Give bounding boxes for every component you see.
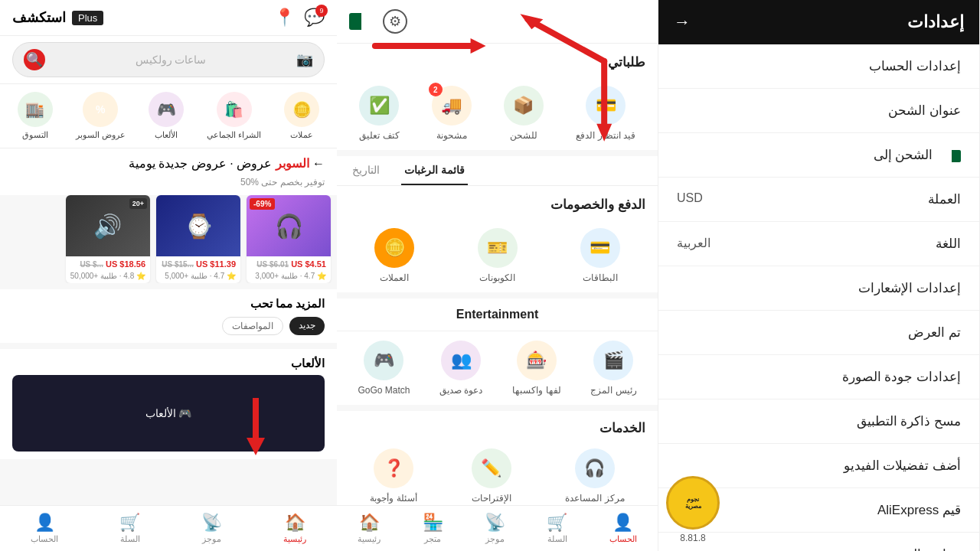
- product-price-2: US $15... US $11.39: [156, 256, 240, 272]
- product-card-2[interactable]: ⌚ US $15... US $11.39 ⭐ 4.7 · طلبية +5,0…: [156, 195, 240, 283]
- new-price-2: US $11.39: [196, 259, 236, 269]
- service-help[interactable]: 🎧 مركز المساعدة: [565, 448, 624, 504]
- tab-wish-list[interactable]: قائمة الرغبات: [401, 156, 468, 185]
- nav-cart-right[interactable]: 🛒 السلة: [119, 513, 140, 544]
- settings-gear-icon[interactable]: ⚙: [383, 9, 407, 34]
- entertainment-invite[interactable]: 👥 دعوة صديق: [439, 341, 482, 396]
- settings-item-clear-cache[interactable]: مسح ذاكرة التطبيق: [658, 399, 979, 444]
- nav-mix-right[interactable]: 📡 موجز: [201, 513, 222, 544]
- middle-panel: ⚙ طلباتي 💳 قيد انتظار الدفع: [337, 0, 658, 551]
- chat-icon-wrap[interactable]: 💬 9: [304, 8, 325, 28]
- cat-games[interactable]: 🎮 الألعاب: [143, 92, 189, 140]
- faq-label: أسئلة وأجوبة: [370, 493, 416, 504]
- processing-label: مشحونة: [436, 130, 467, 141]
- settings-item-language[interactable]: العربية اللغة: [658, 222, 979, 266]
- svg-marker-7: [247, 438, 265, 455]
- cat-bulk-buy[interactable]: 🛍️ الشراء الجماعي: [207, 92, 261, 140]
- settings-item-display[interactable]: تم العرض: [658, 311, 979, 355]
- product-img-1: 69%- 🎧: [247, 195, 331, 256]
- red-arrow-down-svg: [233, 398, 279, 459]
- love-tab-new[interactable]: جديد: [289, 317, 325, 335]
- payment-label: قيد انتظار الدفع: [576, 130, 635, 141]
- nav-cart-middle[interactable]: 🛒 السلة: [547, 513, 567, 544]
- coins-label: العملات: [380, 272, 409, 283]
- product-card-3[interactable]: +20 🔊 US $... US $18.56 ⭐ 4.8 · طلبية +5…: [66, 195, 150, 283]
- orders-section: طلباتي 💳 قيد انتظار الدفع 📦 للشحن �: [337, 44, 658, 150]
- service-faq[interactable]: ❓ أسئلة وأجوبة: [370, 448, 416, 504]
- camera-icon[interactable]: 📷: [296, 51, 313, 68]
- home-right-icon: 🏠: [285, 513, 305, 533]
- order-item-processing[interactable]: 🚚 2 مشحونة: [432, 86, 472, 141]
- cat-super-deals[interactable]: % عروض السوبر: [76, 92, 126, 140]
- categories-row: 🪙 عملات 🛍️ الشراء الجماعي 🎮 الألعاب %: [0, 84, 337, 148]
- cat-coins[interactable]: 🪙 عملات: [279, 92, 325, 140]
- payment-coupons[interactable]: 🎫 الكوبونات: [478, 228, 518, 283]
- payment-title: الدفع والخصومات: [337, 186, 658, 219]
- order-item-payment[interactable]: 💳 قيد انتظار الدفع: [576, 86, 635, 141]
- settings-item-image-quality[interactable]: إعدادات جودة الصورة: [658, 355, 979, 399]
- services-icons-row: 🎧 مركز المساعدة ✏️ الإقتراحات ❓ أسئلة وأ…: [337, 439, 658, 513]
- settings-header: إعدادات →: [658, 0, 979, 44]
- nav-home-right[interactable]: 🏠 رئيسية: [283, 513, 306, 544]
- plus-badge[interactable]: Plus: [72, 11, 103, 25]
- games-preview[interactable]: 🎮 الألعاب: [12, 375, 325, 452]
- super-deals-icon: %: [96, 103, 105, 116]
- super-deals-title-bold: السوبر: [276, 157, 309, 170]
- cat-shop-label: التسوق: [22, 130, 48, 140]
- settings-item-notifications[interactable]: إعدادات الإشعارات: [658, 266, 979, 311]
- nav-mix-middle[interactable]: 📡 موجز: [485, 513, 505, 544]
- search-placeholder: ساعات رولكيس: [136, 54, 207, 66]
- payment-icon: 💳: [596, 96, 616, 116]
- product-card-1[interactable]: 69%- 🎧 US $6.01 US $4.51 ⭐ 4.7 · طلبية +…: [247, 195, 331, 283]
- nav-home-middle[interactable]: 🏠 رئيسية: [358, 513, 381, 544]
- new-price-3: US $18.56: [106, 259, 145, 269]
- payment-cards[interactable]: 💳 البطاقات: [580, 228, 620, 283]
- cat-coins-label: عملات: [290, 130, 313, 140]
- shipping-icon-circle: 📦: [504, 86, 544, 126]
- mix-nav-icon: 📡: [485, 513, 505, 533]
- settings-item-account[interactable]: إعدادات الحساب: [658, 44, 979, 89]
- payment-section: الدفع والخصومات 💳 البطاقات 🎫 الكوبونات: [337, 186, 658, 292]
- logo-text2: مصرية: [685, 503, 701, 510]
- nav-store-middle[interactable]: 🏪 متجر: [423, 513, 443, 544]
- order-item-review[interactable]: ✅ كتف تعليق: [359, 86, 399, 141]
- speaker-illustration: 🔊: [93, 213, 122, 240]
- search-input-wrap[interactable]: 📷 ساعات رولكيس 🔍: [12, 42, 325, 77]
- cards-icon: 💳: [590, 238, 610, 258]
- shop-header: 💬 9 📍 Plus استكشف: [0, 0, 337, 36]
- location-icon[interactable]: 📍: [274, 8, 295, 28]
- algeria-flag: [349, 13, 374, 30]
- service-suggestions[interactable]: ✏️ الإقتراحات: [472, 448, 511, 504]
- nav-account-active[interactable]: 👤 الحساب: [609, 513, 637, 544]
- cat-games-label: الألعاب: [155, 130, 178, 140]
- payment-coins[interactable]: 🪙 العملات: [374, 228, 414, 283]
- love-tab-specs[interactable]: المواصفات: [222, 317, 283, 335]
- search-magnify-icon[interactable]: 🔍: [24, 49, 45, 70]
- gogo-icon-circle: 🎮: [364, 341, 403, 380]
- plus20-badge: +20: [129, 198, 147, 209]
- review-icon: ✅: [369, 96, 390, 116]
- entertainment-gogo[interactable]: 🎮 GoGo Match: [358, 341, 410, 396]
- rais-icon: 🎬: [603, 350, 624, 370]
- entertainment-rais[interactable]: 🎬 رئيس المزج: [590, 341, 636, 396]
- order-item-shipping[interactable]: 📦 للشحن: [504, 86, 544, 141]
- header-icons-group: 💬 9 📍: [274, 8, 325, 28]
- settings-item-ship-to[interactable]: الشحن إلى: [658, 133, 979, 178]
- shipping-label: للشحن: [510, 130, 537, 141]
- help-icon: 🎧: [584, 458, 605, 478]
- tab-history[interactable]: التاريخ: [349, 156, 383, 185]
- games-section: الألعاب 🎮 الألعاب: [0, 349, 337, 459]
- old-price-1: US $6.01: [256, 260, 289, 269]
- more-love-title: المزيد مما تحب: [12, 297, 325, 311]
- settings-item-currency[interactable]: USD العملة: [658, 178, 979, 222]
- settings-title: إعدادات: [907, 12, 964, 32]
- suggestions-icon: ✏️: [481, 458, 501, 478]
- settings-item-shipping-address[interactable]: عنوان الشحن: [658, 89, 979, 133]
- entertainment-lafa[interactable]: 🎰 لفها واكسبها: [512, 341, 560, 396]
- nav-account-right[interactable]: 👤 الحساب: [31, 513, 58, 544]
- mix-right-icon: 📡: [201, 513, 222, 533]
- bottom-logo: نجوم مصرية 8.81.8: [666, 476, 720, 543]
- super-deals-arrow: ←: [309, 157, 325, 170]
- cat-shop[interactable]: 🏬 التسوق: [12, 92, 58, 140]
- more-love-tabs: جديد المواصفات: [12, 317, 325, 335]
